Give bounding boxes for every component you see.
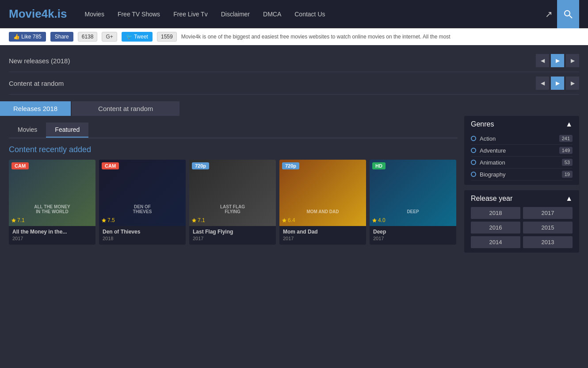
main-nav: Movies Free TV Shows Free Live Tv Discla… (85, 11, 545, 18)
genres-toggle-icon[interactable]: ▲ (565, 120, 573, 128)
quality-badge-1: CAM (11, 162, 29, 169)
release-year-toggle-icon[interactable]: ▲ (565, 195, 573, 203)
logo[interactable]: Movie4k.is (9, 7, 67, 21)
rating-1: 7.1 (11, 217, 25, 223)
year-2013[interactable]: 2013 (523, 236, 573, 248)
movie-year-5: 2017 (373, 236, 453, 241)
sub-tabs: Movies Featured (9, 123, 458, 138)
movie-name-2: Den of Thieves (103, 229, 182, 235)
genre-radio-animation (471, 160, 476, 165)
tweet-button[interactable]: 🐦 Tweet (122, 32, 153, 42)
header: Movie4k.is Movies Free TV Shows Free Liv… (0, 0, 588, 28)
year-2015[interactable]: 2015 (523, 222, 573, 234)
new-releases-title: New releases (2018) (9, 57, 70, 65)
movie-year-2: 2018 (103, 236, 182, 241)
nav-movies[interactable]: Movies (85, 11, 104, 18)
genre-count-biography: 19 (562, 171, 573, 178)
search-button[interactable] (557, 0, 579, 28)
movie-name-4: Mom and Dad (283, 229, 363, 235)
movie-thumb-3: LAST FLAGFLYING 720p 7.1 (189, 160, 276, 226)
quality-badge-3: 720p (192, 162, 209, 169)
recently-added-title: Content recently added (9, 145, 458, 154)
genre-biography[interactable]: Biography 19 (471, 169, 573, 180)
sidebar: Genres ▲ Action 241 Adventure 149 (464, 116, 579, 253)
genre-count-animation: 53 (562, 159, 573, 166)
new-releases-play[interactable]: ▶ (551, 54, 564, 67)
year-2014[interactable]: 2014 (471, 236, 520, 248)
tab-movies[interactable]: Movies (9, 123, 46, 138)
genre-name-biography: Biography (480, 171, 506, 178)
svg-line-1 (569, 15, 572, 18)
svg-marker-4 (192, 218, 196, 222)
year-2016[interactable]: 2016 (471, 222, 520, 234)
genre-name-animation: Animation (480, 159, 505, 166)
genre-adventure[interactable]: Adventure 149 (471, 145, 573, 157)
genre-action[interactable]: Action 241 (471, 133, 573, 145)
genre-name-action: Action (480, 135, 496, 142)
gplus-button[interactable]: G+ (102, 32, 117, 42)
movie-thumb-2: DEN OFTHIEVES CAM 7.5 (99, 160, 186, 226)
movie-card-4[interactable]: MOM AND DAD 720p 6.4 Mom and Dad 2017 (279, 160, 366, 245)
content-random-next[interactable]: ▶ (566, 77, 579, 90)
two-column-layout: Movies Featured Content recently added A… (9, 116, 579, 253)
genre-count-action: 241 (559, 135, 573, 142)
svg-marker-2 (11, 218, 16, 222)
tab-releases-2018[interactable]: Releases 2018 (0, 101, 71, 116)
release-year-title: Release year (471, 195, 512, 203)
movie-card-3[interactable]: LAST FLAGFLYING 720p 7.1 Last Flag Flyin… (189, 160, 276, 245)
movie-grid: ALL THE MONEYIN THE WORLD CAM 7.1 All th… (9, 160, 458, 245)
movie-info-5: Deep 2017 (370, 226, 456, 245)
movie-card-2[interactable]: DEN OFTHIEVES CAM 7.5 Den of Thieves 201… (99, 160, 186, 245)
genres-header: Genres ▲ (471, 120, 573, 128)
movie-card-5[interactable]: DEEP HD 4.0 Deep 2017 (370, 160, 456, 245)
content-random-title: Content at random (9, 80, 64, 87)
svg-marker-3 (102, 218, 106, 222)
movie-card-1[interactable]: ALL THE MONEYIN THE WORLD CAM 7.1 All th… (9, 160, 95, 245)
quality-badge-2: CAM (102, 162, 119, 169)
movie-year-3: 2017 (193, 236, 272, 241)
genres-box: Genres ▲ Action 241 Adventure 149 (464, 116, 579, 185)
genre-radio-action (471, 136, 476, 141)
poster-text-3: LAST FLAGFLYING (189, 203, 276, 215)
new-releases-next[interactable]: ▶ (566, 54, 579, 67)
poster-text-2: DEN OFTHIEVES (99, 203, 186, 215)
genre-radio-biography (471, 172, 476, 177)
content-random-play[interactable]: ▶ (551, 77, 564, 90)
nav-dmca[interactable]: DMCA (263, 11, 281, 18)
main-content: New releases (2018) ◀ ▶ ▶ Content at ran… (0, 45, 588, 257)
nav-disclaimer[interactable]: Disclaimer (221, 11, 250, 18)
nav-contact-us[interactable]: Contact Us (294, 11, 325, 18)
genre-name-adventure: Adventure (480, 147, 506, 154)
genre-animation[interactable]: Animation 53 (471, 157, 573, 169)
fb-like-button[interactable]: 👍 Like 785 (9, 32, 46, 42)
nav-free-tv-shows[interactable]: Free TV Shows (118, 11, 160, 18)
movie-year-4: 2017 (283, 236, 363, 241)
social-description: Movie4k is one of the biggest and easies… (181, 34, 451, 40)
content-random-row: Content at random ◀ ▶ ▶ (9, 72, 579, 95)
rating-4: 6.4 (282, 217, 295, 223)
new-releases-prev[interactable]: ◀ (536, 54, 549, 67)
tab-featured[interactable]: Featured (46, 123, 88, 138)
genres-title: Genres (471, 120, 494, 128)
release-year-box: Release year ▲ 2018 2017 2016 2015 2014 … (464, 190, 579, 253)
search-icon (564, 10, 573, 19)
poster-text-5: DEEP (370, 208, 456, 215)
quality-badge-5: HD (372, 162, 386, 169)
main-column: Movies Featured Content recently added A… (9, 116, 458, 253)
year-2017[interactable]: 2017 (523, 207, 573, 219)
svg-marker-5 (282, 218, 286, 222)
tab-content-random[interactable]: Content at random (72, 101, 179, 116)
svg-point-0 (565, 11, 570, 16)
logo-ext: .is (54, 7, 67, 20)
content-random-prev[interactable]: ◀ (536, 77, 549, 90)
poster-text-1: ALL THE MONEYIN THE WORLD (9, 203, 95, 215)
fb-share-button[interactable]: Share (50, 32, 73, 42)
share-button[interactable]: ↗ (545, 9, 553, 19)
movie-year-1: 2017 (12, 236, 92, 241)
year-2018[interactable]: 2018 (471, 207, 520, 219)
nav-free-live-tv[interactable]: Free Live Tv (173, 11, 208, 18)
movie-thumb-4: MOM AND DAD 720p 6.4 (279, 160, 366, 226)
movie-thumb-1: ALL THE MONEYIN THE WORLD CAM 7.1 (9, 160, 95, 226)
social-bar: 👍 Like 785 Share 6138 G+ 🐦 Tweet 1559 Mo… (0, 28, 588, 45)
movie-thumb-5: DEEP HD 4.0 (370, 160, 456, 226)
